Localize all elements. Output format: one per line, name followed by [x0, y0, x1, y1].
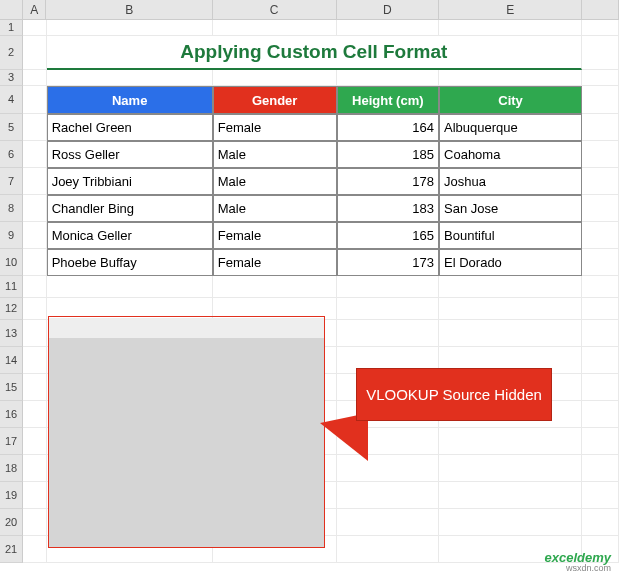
cell[interactable]: [23, 249, 46, 276]
row-header-21[interactable]: 21: [0, 536, 23, 563]
row-header-11[interactable]: 11: [0, 276, 23, 298]
cell[interactable]: [23, 509, 46, 536]
row-header-3[interactable]: 3: [0, 70, 23, 86]
row-header-14[interactable]: 14: [0, 347, 23, 374]
cell-gender[interactable]: Female: [213, 249, 337, 276]
cell[interactable]: [23, 222, 46, 249]
cell-gender[interactable]: Male: [213, 195, 337, 222]
cell[interactable]: [337, 536, 440, 563]
cell[interactable]: [23, 276, 46, 298]
cell[interactable]: [23, 86, 46, 114]
cell[interactable]: [439, 482, 582, 509]
cell[interactable]: [582, 482, 619, 509]
cell[interactable]: [23, 20, 46, 36]
cell[interactable]: [439, 320, 582, 347]
cell[interactable]: [23, 428, 46, 455]
cell[interactable]: [213, 20, 337, 36]
cell[interactable]: [582, 428, 619, 455]
row-header-6[interactable]: 6: [0, 141, 23, 168]
cell[interactable]: [23, 298, 46, 320]
cell[interactable]: [582, 114, 619, 141]
cell[interactable]: [582, 222, 619, 249]
cell[interactable]: [23, 374, 46, 401]
cell[interactable]: [582, 249, 619, 276]
cell[interactable]: [23, 536, 46, 563]
cell-gender[interactable]: Female: [213, 222, 337, 249]
cell[interactable]: [213, 276, 337, 298]
row-header-13[interactable]: 13: [0, 320, 23, 347]
cell[interactable]: [23, 455, 46, 482]
page-title[interactable]: Applying Custom Cell Format: [47, 36, 582, 70]
cell[interactable]: [582, 320, 619, 347]
cell[interactable]: [337, 276, 440, 298]
cell[interactable]: [439, 455, 582, 482]
cell-city[interactable]: Bountiful: [439, 222, 582, 249]
header-height[interactable]: Height (cm): [337, 86, 440, 114]
cell-height[interactable]: 183: [337, 195, 440, 222]
cell[interactable]: [582, 141, 619, 168]
cell[interactable]: [23, 401, 46, 428]
cell-city[interactable]: Albuquerque: [439, 114, 582, 141]
cell-city[interactable]: Joshua: [439, 168, 582, 195]
cell-height[interactable]: 185: [337, 141, 440, 168]
cell[interactable]: [582, 20, 619, 36]
row-header-16[interactable]: 16: [0, 401, 23, 428]
cell[interactable]: [23, 482, 46, 509]
row-header-8[interactable]: 8: [0, 195, 23, 222]
cell[interactable]: [582, 168, 619, 195]
cell-name[interactable]: Rachel Green: [47, 114, 213, 141]
cell[interactable]: [337, 482, 440, 509]
cell-gender[interactable]: Male: [213, 141, 337, 168]
cell-gender[interactable]: Male: [213, 168, 337, 195]
col-header-D[interactable]: D: [337, 0, 440, 19]
col-header-C[interactable]: C: [213, 0, 337, 19]
cell[interactable]: [582, 70, 619, 86]
cell-city[interactable]: Coahoma: [439, 141, 582, 168]
header-city[interactable]: City: [439, 86, 582, 114]
row-header-19[interactable]: 19: [0, 482, 23, 509]
cell[interactable]: [47, 276, 213, 298]
cell-height[interactable]: 165: [337, 222, 440, 249]
col-header-B[interactable]: B: [46, 0, 212, 19]
cell[interactable]: [23, 141, 46, 168]
cell[interactable]: [337, 70, 440, 86]
row-header-18[interactable]: 18: [0, 455, 23, 482]
select-all-corner[interactable]: [0, 0, 23, 19]
cell[interactable]: [23, 114, 46, 141]
cell[interactable]: [582, 195, 619, 222]
col-header-A[interactable]: A: [23, 0, 46, 19]
cell[interactable]: [582, 509, 619, 536]
cell-name[interactable]: Joey Tribbiani: [47, 168, 213, 195]
cell[interactable]: [23, 347, 46, 374]
cell[interactable]: [582, 36, 619, 70]
row-header-5[interactable]: 5: [0, 114, 23, 141]
cell[interactable]: [582, 374, 619, 401]
cell[interactable]: [47, 70, 213, 86]
row-header-4[interactable]: 4: [0, 86, 23, 114]
cell[interactable]: [47, 20, 213, 36]
cell[interactable]: [582, 455, 619, 482]
cell[interactable]: [337, 20, 440, 36]
cell-city[interactable]: El Dorado: [439, 249, 582, 276]
header-gender[interactable]: Gender: [213, 86, 337, 114]
cell[interactable]: [439, 509, 582, 536]
row-header-9[interactable]: 9: [0, 222, 23, 249]
cell-height[interactable]: 178: [337, 168, 440, 195]
col-header-E[interactable]: E: [439, 0, 582, 19]
row-header-15[interactable]: 15: [0, 374, 23, 401]
cell-height[interactable]: 164: [337, 114, 440, 141]
cell[interactable]: [582, 347, 619, 374]
cell[interactable]: [23, 70, 46, 86]
cell[interactable]: [582, 401, 619, 428]
row-header-20[interactable]: 20: [0, 509, 23, 536]
cell[interactable]: [439, 298, 582, 320]
cell[interactable]: [23, 320, 46, 347]
row-header-12[interactable]: 12: [0, 298, 23, 320]
cell-name[interactable]: Chandler Bing: [47, 195, 213, 222]
cell[interactable]: [582, 276, 619, 298]
cell[interactable]: [439, 70, 582, 86]
cell[interactable]: [439, 428, 582, 455]
cell[interactable]: [582, 298, 619, 320]
cell[interactable]: [439, 276, 582, 298]
cell-height[interactable]: 173: [337, 249, 440, 276]
